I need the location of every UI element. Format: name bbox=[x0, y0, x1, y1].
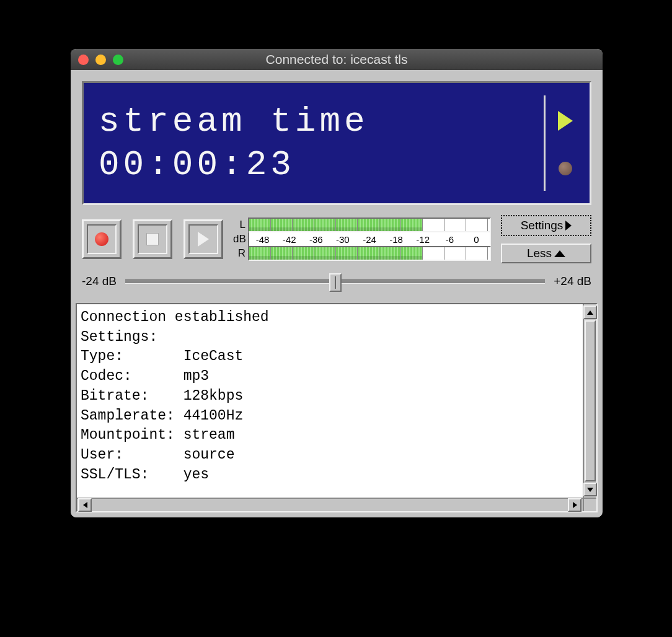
meter-label-right: R bbox=[233, 247, 248, 260]
scroll-thumb[interactable] bbox=[585, 320, 596, 481]
scale-tick: 0 bbox=[463, 234, 490, 245]
arrow-left-icon bbox=[83, 502, 87, 508]
gain-slider[interactable] bbox=[125, 279, 545, 284]
settings-button[interactable]: Settings bbox=[501, 215, 591, 236]
gain-min-label: -24 dB bbox=[82, 275, 117, 288]
record-indicator-icon bbox=[559, 162, 572, 175]
minimize-icon[interactable] bbox=[95, 55, 106, 65]
transport-row: L dB -48-42-36-30-24-18-12-60 R Settings bbox=[82, 215, 591, 263]
log-text[interactable]: Connection established Settings: Type: I… bbox=[77, 304, 583, 498]
less-label: Less bbox=[527, 247, 552, 260]
meter-ticks bbox=[249, 219, 490, 231]
scale-tick: -30 bbox=[329, 234, 356, 245]
play-indicator-icon bbox=[558, 111, 573, 131]
transport-buttons bbox=[82, 219, 223, 259]
scale-tick: -6 bbox=[436, 234, 463, 245]
scroll-down-button[interactable] bbox=[583, 483, 597, 496]
play-button[interactable] bbox=[183, 219, 223, 259]
scroll-up-button[interactable] bbox=[583, 305, 597, 319]
close-icon[interactable] bbox=[78, 55, 89, 65]
scroll-left-button[interactable] bbox=[78, 498, 92, 512]
gain-thumb[interactable] bbox=[329, 273, 342, 292]
scale-tick: -48 bbox=[249, 234, 276, 245]
meter-label-left: L bbox=[233, 219, 248, 231]
arrow-up-icon bbox=[587, 310, 593, 315]
record-icon bbox=[95, 232, 108, 246]
window-title: Connected to: icecast tls bbox=[71, 52, 603, 67]
meter-label-db: dB bbox=[233, 233, 248, 245]
zoom-icon[interactable] bbox=[113, 55, 123, 65]
side-buttons: Settings Less bbox=[501, 215, 591, 263]
play-icon bbox=[198, 232, 209, 247]
horizontal-scrollbar[interactable] bbox=[77, 498, 583, 511]
lcd-display: stream time 00:00:23 bbox=[82, 81, 591, 205]
scale-tick: -24 bbox=[356, 234, 382, 245]
meter-left bbox=[248, 217, 491, 232]
lcd-side-indicators bbox=[544, 95, 578, 191]
window-body: stream time 00:00:23 L dB -48 bbox=[71, 70, 603, 297]
log-panel: Connection established Settings: Type: I… bbox=[76, 303, 598, 512]
meter-ticks bbox=[249, 247, 490, 260]
lcd-line1: stream time bbox=[99, 100, 544, 143]
chevron-up-icon bbox=[554, 250, 565, 257]
scale-tick: -12 bbox=[410, 234, 436, 245]
vertical-scrollbar[interactable] bbox=[583, 304, 596, 498]
less-button[interactable]: Less bbox=[501, 244, 591, 263]
meter-scale: -48-42-36-30-24-18-12-60 bbox=[248, 232, 491, 246]
app-window: Connected to: icecast tls stream time 00… bbox=[70, 48, 603, 518]
window-controls bbox=[78, 55, 123, 65]
stop-icon bbox=[146, 233, 159, 245]
scale-tick: -42 bbox=[276, 234, 303, 245]
scroll-right-button[interactable] bbox=[568, 498, 581, 512]
arrow-right-icon bbox=[573, 502, 577, 508]
vu-meters: L dB -48-42-36-30-24-18-12-60 R bbox=[233, 217, 491, 261]
lcd-line2: 00:00:23 bbox=[99, 143, 544, 187]
scale-tick: -36 bbox=[303, 234, 329, 245]
lcd-text: stream time 00:00:23 bbox=[99, 100, 544, 187]
arrow-down-icon bbox=[587, 488, 593, 492]
titlebar[interactable]: Connected to: icecast tls bbox=[71, 49, 603, 70]
meter-right bbox=[248, 246, 491, 261]
gain-slider-row: -24 dB +24 dB bbox=[82, 275, 591, 288]
scale-tick: -18 bbox=[383, 234, 410, 245]
record-button[interactable] bbox=[82, 219, 122, 259]
gain-max-label: +24 dB bbox=[554, 275, 591, 288]
settings-label: Settings bbox=[521, 219, 564, 232]
stop-button[interactable] bbox=[133, 219, 172, 259]
scroll-corner bbox=[583, 498, 596, 511]
chevron-right-icon bbox=[565, 221, 572, 231]
